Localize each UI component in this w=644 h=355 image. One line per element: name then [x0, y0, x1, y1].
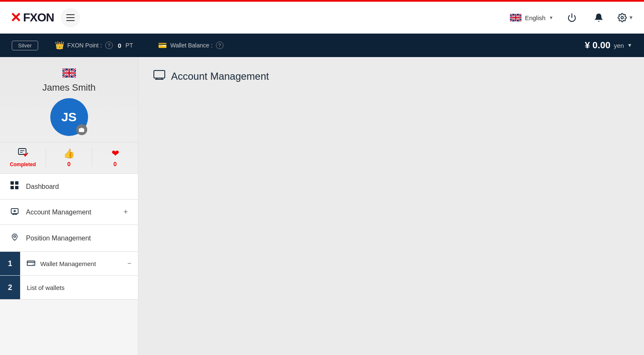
svg-rect-12 — [11, 209, 18, 214]
dashboard-icon — [10, 181, 19, 192]
favorites-value: 0 — [114, 161, 117, 167]
account-management-expand-icon[interactable]: + — [123, 208, 128, 217]
svg-point-17 — [14, 235, 16, 238]
sidebar-item-position-management[interactable]: Position Management — [0, 225, 138, 252]
svg-rect-5 — [18, 149, 26, 154]
language-dropdown-arrow: ▼ — [549, 15, 553, 20]
wallet-balance-amount: ¥ 0.00 — [585, 40, 610, 51]
wallet-balance-help-icon[interactable]: ? — [216, 42, 223, 49]
sidebar-item-list-of-wallets[interactable]: 2 List of wallets — [0, 276, 138, 300]
wallet-balance-value-container[interactable]: ¥ 0.00 yen ▼ — [585, 40, 632, 51]
fxon-point-label: FXON Point : — [68, 42, 102, 49]
avatar-container: JS — [50, 98, 88, 136]
wallet-management-label: Wallet Management — [40, 260, 96, 267]
position-management-label: Position Management — [26, 235, 128, 242]
svg-rect-19 — [154, 70, 165, 78]
completed-label: Completed — [10, 162, 36, 167]
sidebar-item-wallet-management[interactable]: 1 Wallet Management − — [0, 252, 138, 276]
logo: ✕ FXON — [10, 10, 54, 26]
list-of-wallets-label: List of wallets — [27, 284, 65, 291]
svg-rect-9 — [15, 181, 18, 185]
fxon-point-item: 👑 FXON Point : ? 0 PT — [55, 41, 133, 50]
svg-rect-11 — [15, 186, 18, 189]
stat-favorites[interactable]: ❤ 0 — [92, 148, 138, 167]
fxon-point-help-icon[interactable]: ? — [105, 42, 113, 49]
settings-button[interactable]: ▼ — [617, 9, 634, 26]
likes-icon: 👍 — [63, 148, 75, 159]
crown-icon: 👑 — [55, 41, 64, 50]
user-uk-flag — [62, 68, 76, 78]
wallet-management-icon — [27, 259, 35, 268]
user-stats: Completed 👍 0 ❤ 0 — [0, 142, 138, 173]
likes-value: 0 — [68, 161, 71, 167]
svg-rect-8 — [10, 181, 14, 185]
svg-point-2 — [621, 16, 623, 19]
svg-point-4 — [80, 129, 82, 131]
page-title: Account Management — [171, 70, 269, 82]
list-of-wallets-content: List of wallets — [20, 278, 138, 297]
sidebar-item-dashboard[interactable]: Dashboard — [0, 174, 138, 200]
page-header: Account Management — [153, 70, 629, 83]
wallet-balance-item: 💳 Wallet Balance : ? — [158, 41, 223, 50]
wallet-icon: 💳 — [158, 41, 167, 50]
account-management-label: Account Management — [26, 209, 117, 216]
wallet-management-content: Wallet Management − — [20, 253, 138, 274]
language-label: English — [525, 14, 545, 21]
user-profile: James Smith JS — [0, 57, 138, 174]
top-navigation: ✕ FXON English ▼ — [0, 0, 644, 34]
dashboard-label: Dashboard — [26, 183, 128, 191]
avatar-initials: JS — [61, 110, 77, 124]
fxon-point-unit: PT — [125, 42, 133, 49]
wallet-management-collapse-icon[interactable]: − — [127, 260, 131, 267]
logo-x: ✕ — [10, 10, 21, 26]
wallet-balance-label: Wallet Balance : — [170, 42, 213, 49]
nav-right: English ▼ ▼ — [510, 9, 634, 26]
main-content: Account Management — [138, 57, 644, 355]
svg-point-16 — [14, 210, 15, 211]
sidebar-item-account-management[interactable]: Account Management + — [0, 200, 138, 225]
sidebar: James Smith JS — [0, 57, 138, 355]
wallet-balance-currency: yen — [614, 42, 624, 49]
uk-flag-icon — [510, 14, 522, 21]
account-management-icon — [10, 207, 19, 217]
user-flag-icon — [62, 65, 76, 79]
main-layout: James Smith JS — [0, 57, 644, 355]
page-header-icon — [153, 70, 165, 83]
avatar-camera-button[interactable] — [76, 124, 87, 135]
position-management-icon — [10, 232, 19, 244]
fxon-point-value: 0 — [118, 42, 121, 49]
wallet-management-badge: 1 — [0, 252, 20, 275]
list-of-wallets-badge: 2 — [0, 276, 20, 299]
nav-left: ✕ FXON — [10, 8, 80, 27]
svg-rect-18 — [27, 261, 35, 265]
favorites-icon: ❤ — [112, 148, 119, 159]
sub-header: Silver 👑 FXON Point : ? 0 PT 💳 Wallet Ba… — [0, 34, 644, 57]
completed-icon — [18, 148, 28, 160]
account-badge: Silver — [12, 41, 38, 50]
hamburger-icon — [66, 14, 75, 21]
user-name: James Smith — [42, 82, 96, 93]
hamburger-button[interactable] — [61, 8, 80, 27]
settings-arrow: ▼ — [628, 15, 634, 21]
svg-rect-10 — [10, 186, 14, 189]
power-button[interactable] — [564, 9, 580, 26]
stat-completed[interactable]: Completed — [0, 148, 46, 167]
wallet-balance-dropdown-arrow: ▼ — [627, 42, 632, 48]
language-selector[interactable]: English ▼ — [510, 14, 553, 21]
notifications-button[interactable] — [590, 9, 607, 26]
logo-text: FXON — [23, 11, 54, 24]
stat-likes[interactable]: 👍 0 — [46, 148, 92, 167]
